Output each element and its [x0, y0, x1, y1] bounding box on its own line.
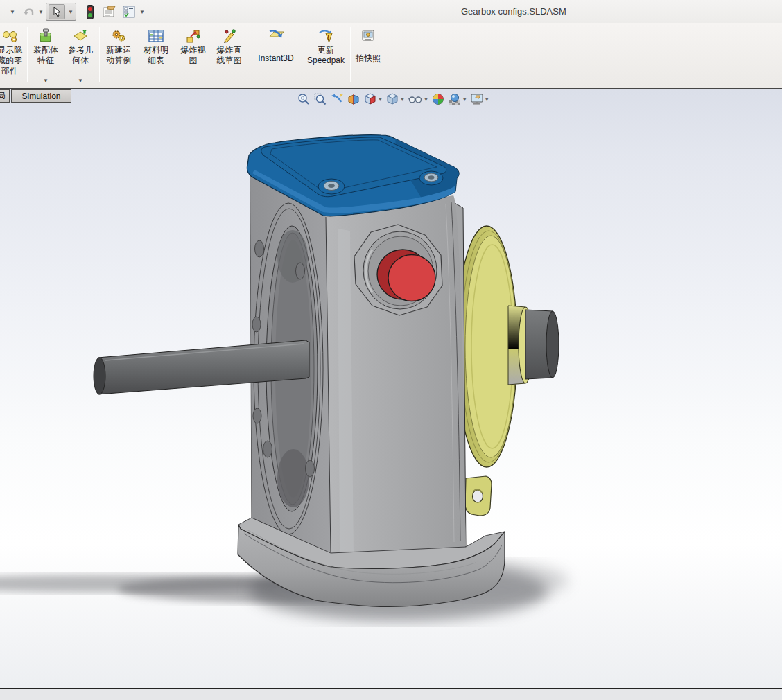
update-speedpak-button[interactable]: ! 更新 Speedpak — [304, 25, 348, 86]
cover-bolt-tab — [318, 179, 345, 194]
appearance-sphere-icon — [431, 92, 445, 106]
explode-line-sketch-button[interactable]: 爆炸直 线草图 — [211, 25, 247, 86]
reference-geometry-icon — [71, 27, 89, 45]
assembly-features-icon — [37, 27, 55, 45]
select-tool-button[interactable]: ▼ — [46, 3, 76, 21]
separator — [137, 27, 137, 82]
tab-label: Simulation — [21, 91, 60, 101]
properties-icon — [102, 5, 117, 19]
undo-button[interactable] — [22, 3, 36, 21]
button-label: 材料明 细表 — [144, 45, 168, 66]
display-style-button[interactable]: ▼ — [385, 91, 406, 107]
glasses-icon — [408, 92, 423, 106]
new-motion-study-button[interactable]: 新建运 动算例 — [101, 25, 136, 86]
show-hidden-components-button[interactable]: 显示隐 藏的零 部件 — [0, 25, 30, 86]
button-label: 更新 Speedpak — [307, 45, 345, 66]
apply-scene-icon — [448, 92, 462, 106]
caret-down-icon: ▼ — [378, 97, 383, 102]
instant3d-icon — [267, 27, 285, 45]
view-orientation-icon — [363, 92, 377, 106]
bill-of-materials-button[interactable]: 材料明 细表 — [139, 25, 173, 86]
cursor-icon — [49, 4, 65, 19]
apply-scene-button[interactable]: ▼ — [447, 91, 468, 107]
caret-down-icon: ▼ — [400, 97, 405, 102]
command-manager: 显示隐 藏的零 部件 装配体 特征 ▼ — [0, 23, 782, 89]
explode-line-sketch-icon — [220, 27, 238, 45]
toolbar-options-caret[interactable]: ▼ — [8, 3, 17, 21]
caret-down-icon: ▼ — [68, 9, 73, 15]
interference-detection-button[interactable] — [85, 3, 96, 21]
red-shaft-face — [388, 255, 435, 301]
motion-study-icon — [110, 27, 128, 45]
bom-table-icon — [147, 27, 165, 45]
separator — [250, 27, 250, 82]
tab-layout-partial[interactable]: 布局 — [0, 89, 10, 103]
view-settings-icon — [470, 92, 484, 106]
previous-view-icon — [330, 92, 344, 106]
undo-icon — [23, 6, 35, 17]
caret-down-icon: ▼ — [485, 97, 489, 102]
design-checker-button[interactable] — [121, 3, 137, 21]
button-label: 显示隐 藏的零 部件 — [0, 45, 22, 76]
button-label: 拍快照 — [356, 53, 381, 64]
button-label: 爆炸直 线草图 — [217, 45, 242, 66]
output-hub-shaft[interactable] — [508, 306, 559, 385]
cover-bolt-tab — [419, 171, 443, 185]
separator — [99, 27, 100, 82]
checklist-icon — [122, 5, 136, 19]
view-orientation-button[interactable]: ▼ — [363, 91, 383, 107]
tab-label: 布局 — [0, 90, 6, 102]
traffic-light-icon — [87, 5, 94, 19]
design-checker-caret[interactable]: ▼ — [139, 3, 146, 21]
caret-down-icon: ▼ — [424, 97, 428, 102]
caret-down-icon: ▼ — [462, 97, 467, 102]
title-bar: ▼ ▼ ▼ ▼ Gearb — [0, 0, 782, 23]
button-label: Instant3D — [258, 53, 293, 64]
tab-simulation[interactable]: Simulation — [11, 89, 71, 103]
document-properties-button[interactable] — [101, 3, 118, 21]
exploded-view-button[interactable]: 爆炸视 图 — [177, 25, 209, 86]
input-shaft-end — [94, 358, 105, 394]
hide-show-items-button[interactable]: ▼ — [407, 91, 429, 107]
caret-down-icon: ▼ — [10, 9, 15, 15]
separator — [302, 27, 302, 82]
heads-up-toolbar: ▼ ▼ ▼ — [296, 91, 490, 107]
button-label: 参考几 何体 — [68, 45, 93, 66]
button-label: 装配体 特征 — [33, 45, 58, 66]
zoom-to-fit-button[interactable] — [296, 91, 311, 107]
caret-down-icon: ▼ — [38, 9, 44, 15]
separator — [175, 27, 175, 82]
window-title: Gearbox configs.SLDASM — [461, 6, 566, 17]
button-label: 爆炸视 图 — [181, 45, 206, 66]
display-style-icon — [385, 92, 399, 106]
caret-down-icon: ▼ — [139, 9, 145, 15]
dropdown-caret[interactable]: ▼ — [43, 78, 49, 86]
take-snapshot-button[interactable]: 拍快照 — [352, 25, 384, 86]
reference-geometry-button[interactable]: 参考几 何体 ▼ — [64, 25, 97, 86]
update-speedpak-icon: ! — [317, 27, 335, 45]
status-bar — [0, 688, 782, 700]
separator — [350, 27, 351, 82]
zoom-to-area-button[interactable] — [313, 91, 328, 107]
zoom-to-fit-icon — [297, 92, 311, 106]
zoom-to-area-icon — [313, 92, 327, 106]
undo-caret[interactable]: ▼ — [37, 3, 44, 21]
section-view-button[interactable] — [346, 91, 361, 107]
edit-appearance-button[interactable] — [431, 91, 446, 107]
snapshot-icon — [359, 27, 377, 45]
view-settings-button[interactable]: ▼ — [469, 91, 490, 107]
assembly-features-button[interactable]: 装配体 特征 ▼ — [29, 25, 62, 86]
show-hidden-components-icon — [1, 27, 19, 45]
button-label: 新建运 动算例 — [106, 45, 131, 66]
output-shaft-end — [546, 311, 559, 378]
previous-view-button[interactable] — [329, 91, 345, 107]
exploded-view-icon — [184, 27, 202, 45]
dropdown-caret[interactable]: ▼ — [78, 78, 83, 86]
separator — [27, 27, 28, 82]
section-view-icon — [347, 92, 360, 106]
svg-text:!: ! — [327, 34, 329, 41]
instant3d-button[interactable]: Instant3D — [252, 25, 299, 86]
